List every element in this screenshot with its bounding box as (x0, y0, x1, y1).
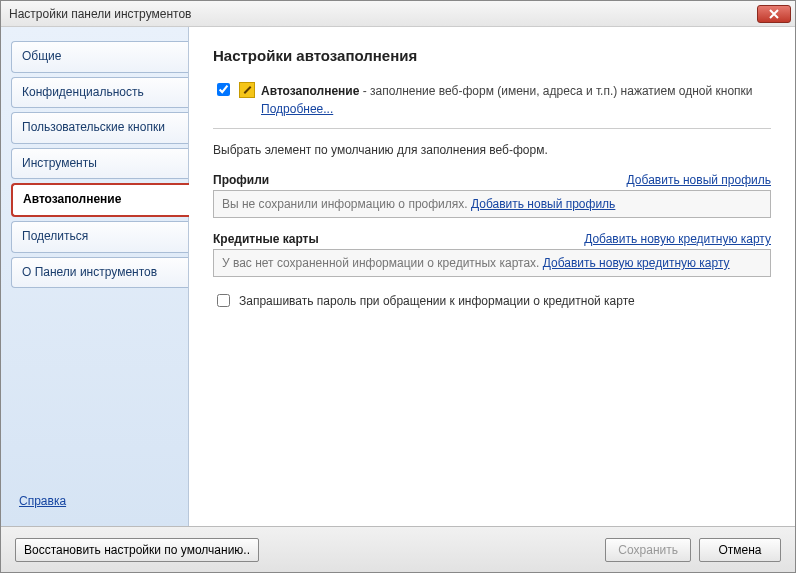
profiles-empty-text: Вы не сохранили информацию о профилях. (222, 197, 471, 211)
profiles-box: Вы не сохранили информацию о профилях. Д… (213, 190, 771, 218)
cards-empty-text: У вас нет сохраненной информации о креди… (222, 256, 543, 270)
content-pane: Настройки автозаполнения Автозаполнение … (189, 27, 795, 526)
tab-about[interactable]: О Панели инструментов (11, 257, 188, 289)
cards-header: Кредитные карты Добавить новую кредитную… (213, 232, 771, 246)
autofill-checkbox[interactable] (217, 83, 230, 96)
sidebar: Общие Конфиденциальность Пользовательски… (1, 27, 189, 526)
profiles-header: Профили Добавить новый профиль (213, 173, 771, 187)
learn-more-link[interactable]: Подробнее... (261, 102, 333, 116)
password-prompt-row: Запрашивать пароль при обращении к инфор… (213, 291, 771, 310)
tab-tools[interactable]: Инструменты (11, 148, 188, 180)
password-prompt-checkbox[interactable] (217, 294, 230, 307)
tab-share[interactable]: Поделиться (11, 221, 188, 253)
add-profile-link[interactable]: Добавить новый профиль (627, 173, 771, 187)
body: Общие Конфиденциальность Пользовательски… (1, 27, 795, 526)
autofill-desc-text: - заполнение веб-форм (имени, адреса и т… (359, 84, 752, 98)
autofill-description: Автозаполнение - заполнение веб-форм (им… (261, 82, 771, 118)
window-title: Настройки панели инструментов (9, 7, 757, 21)
tab-general[interactable]: Общие (11, 41, 188, 73)
cards-title: Кредитные карты (213, 232, 319, 246)
tab-privacy[interactable]: Конфиденциальность (11, 77, 188, 109)
page-title: Настройки автозаполнения (213, 47, 771, 64)
close-icon (769, 9, 779, 19)
password-prompt-label: Запрашивать пароль при обращении к инфор… (239, 294, 635, 308)
nav-tabs: Общие Конфиденциальность Пользовательски… (11, 41, 188, 494)
close-button[interactable] (757, 5, 791, 23)
profiles-empty-add-link[interactable]: Добавить новый профиль (471, 197, 615, 211)
save-button[interactable]: Сохранить (605, 538, 691, 562)
settings-window: Настройки панели инструментов Общие Конф… (0, 0, 796, 573)
divider (213, 128, 771, 129)
autofill-toggle-row: Автозаполнение - заполнение веб-форм (им… (213, 82, 771, 118)
cancel-button[interactable]: Отмена (699, 538, 781, 562)
tab-custom-buttons[interactable]: Пользовательские кнопки (11, 112, 188, 144)
profiles-title: Профили (213, 173, 269, 187)
footer: Восстановить настройки по умолчанию.. Со… (1, 526, 795, 572)
select-default-text: Выбрать элемент по умолчанию для заполне… (213, 143, 771, 157)
add-card-link[interactable]: Добавить новую кредитную карту (584, 232, 771, 246)
restore-defaults-button[interactable]: Восстановить настройки по умолчанию.. (15, 538, 259, 562)
cards-box: У вас нет сохраненной информации о креди… (213, 249, 771, 277)
pencil-icon (239, 82, 255, 98)
help-link[interactable]: Справка (19, 494, 188, 508)
autofill-name: Автозаполнение (261, 84, 359, 98)
tab-autofill[interactable]: Автозаполнение (11, 183, 189, 217)
titlebar: Настройки панели инструментов (1, 1, 795, 27)
cards-empty-add-link[interactable]: Добавить новую кредитную карту (543, 256, 730, 270)
